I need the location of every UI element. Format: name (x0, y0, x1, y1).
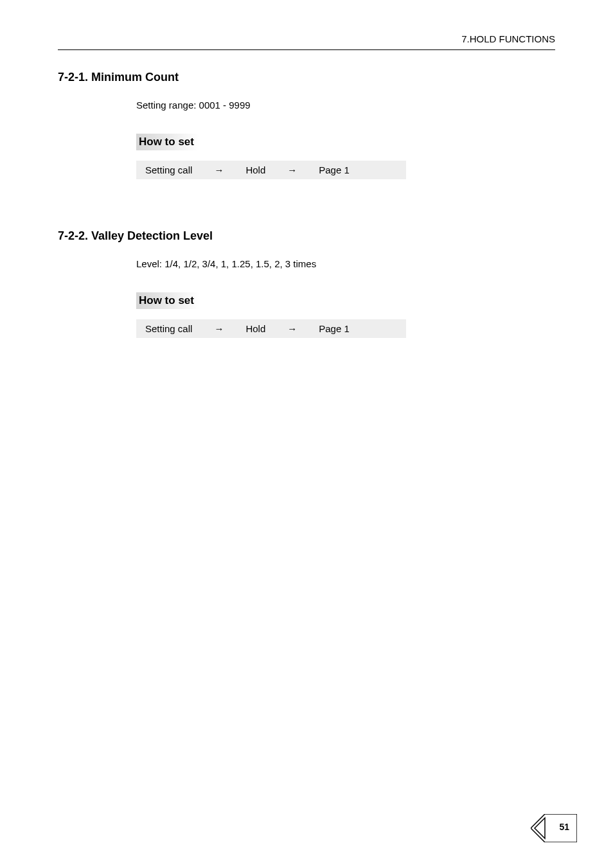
arrow-icon: → (287, 323, 297, 334)
nav-setting-call: Setting call (145, 323, 192, 334)
header-rule (58, 49, 555, 50)
nav-row: Setting call → Hold → Page 1 (136, 161, 406, 179)
nav-setting-call: Setting call (145, 164, 192, 175)
nav-hold: Hold (245, 164, 265, 175)
howto-label: How to set (136, 134, 199, 150)
nav-hold: Hold (245, 323, 265, 334)
chapter-header: 7.HOLD FUNCTIONS (58, 33, 555, 44)
level-text: Level: 1/4, 1/2, 3/4, 1, 1.25, 1.5, 2, 3… (136, 258, 555, 269)
nav-row: Setting call → Hold → Page 1 (136, 319, 406, 338)
arrow-icon: → (214, 164, 224, 175)
arrow-icon: → (214, 323, 224, 334)
section-heading-valley: 7-2-2. Valley Detection Level (58, 229, 555, 243)
nav-page: Page 1 (319, 164, 350, 175)
page-number-graphic: 51 (531, 814, 577, 842)
page-number: 51 (559, 822, 569, 832)
nav-page: Page 1 (319, 323, 350, 334)
arrow-icon: → (287, 164, 297, 175)
section-heading-min-count: 7-2-1. Minimum Count (58, 71, 555, 84)
howto-label: How to set (136, 292, 199, 309)
setting-range-text: Setting range: 0001 - 9999 (136, 100, 555, 111)
